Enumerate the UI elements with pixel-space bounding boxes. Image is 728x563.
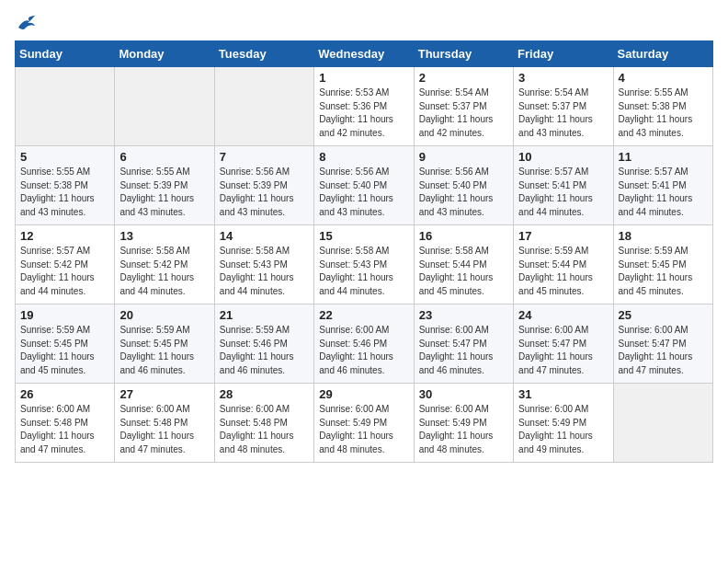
day-info: Sunrise: 5:57 AMSunset: 5:41 PMDaylight:… xyxy=(518,166,608,219)
day-number: 6 xyxy=(119,150,209,164)
day-info: Sunrise: 5:56 AMSunset: 5:40 PMDaylight:… xyxy=(319,166,408,219)
calendar-cell: 9Sunrise: 5:56 AMSunset: 5:40 PMDaylight… xyxy=(414,146,513,225)
day-info: Sunrise: 5:58 AMSunset: 5:43 PMDaylight:… xyxy=(319,245,408,298)
calendar-cell: 11Sunrise: 5:57 AMSunset: 5:41 PMDayligh… xyxy=(613,146,712,225)
day-info: Sunrise: 5:59 AMSunset: 5:44 PMDaylight:… xyxy=(518,245,608,298)
day-number: 17 xyxy=(518,229,608,243)
calendar-cell: 1Sunrise: 5:53 AMSunset: 5:36 PMDaylight… xyxy=(314,67,414,146)
calendar-cell: 4Sunrise: 5:55 AMSunset: 5:38 PMDaylight… xyxy=(613,67,712,146)
day-number: 18 xyxy=(619,229,708,243)
calendar-cell: 12Sunrise: 5:57 AMSunset: 5:42 PMDayligh… xyxy=(16,225,115,304)
day-header-saturday: Saturday xyxy=(613,41,712,67)
calendar-cell: 28Sunrise: 6:00 AMSunset: 5:48 PMDayligh… xyxy=(214,384,313,463)
day-number: 21 xyxy=(220,308,309,322)
calendar-cell: 6Sunrise: 5:55 AMSunset: 5:39 PMDaylight… xyxy=(115,146,214,225)
day-info: Sunrise: 6:00 AMSunset: 5:49 PMDaylight:… xyxy=(518,403,608,456)
calendar-cell: 25Sunrise: 6:00 AMSunset: 5:47 PMDayligh… xyxy=(613,304,712,384)
day-number: 27 xyxy=(119,387,209,401)
calendar-cell: 16Sunrise: 5:58 AMSunset: 5:44 PMDayligh… xyxy=(414,225,513,304)
calendar-cell: 3Sunrise: 5:54 AMSunset: 5:37 PMDaylight… xyxy=(514,67,613,146)
day-header-monday: Monday xyxy=(115,41,214,67)
day-number: 12 xyxy=(20,229,109,243)
day-number: 30 xyxy=(419,387,508,401)
calendar-cell: 29Sunrise: 6:00 AMSunset: 5:49 PMDayligh… xyxy=(314,384,414,463)
day-info: Sunrise: 5:55 AMSunset: 5:38 PMDaylight:… xyxy=(619,86,708,140)
calendar-cell: 13Sunrise: 5:58 AMSunset: 5:42 PMDayligh… xyxy=(115,225,214,304)
day-number: 19 xyxy=(20,308,109,322)
day-number: 22 xyxy=(319,308,408,322)
day-info: Sunrise: 5:53 AMSunset: 5:36 PMDaylight:… xyxy=(319,86,408,140)
day-info: Sunrise: 5:57 AMSunset: 5:42 PMDaylight:… xyxy=(20,245,109,298)
page-header xyxy=(15,15,713,31)
week-row-2: 5Sunrise: 5:55 AMSunset: 5:38 PMDaylight… xyxy=(16,146,713,225)
calendar-cell xyxy=(115,67,214,146)
day-number: 31 xyxy=(518,387,608,401)
day-number: 16 xyxy=(419,229,508,243)
day-info: Sunrise: 6:00 AMSunset: 5:48 PMDaylight:… xyxy=(20,403,109,456)
day-header-friday: Friday xyxy=(514,41,613,67)
day-header-tuesday: Tuesday xyxy=(214,41,313,67)
day-info: Sunrise: 6:00 AMSunset: 5:47 PMDaylight:… xyxy=(419,324,508,377)
calendar-cell: 22Sunrise: 6:00 AMSunset: 5:46 PMDayligh… xyxy=(314,304,414,384)
calendar-cell: 27Sunrise: 6:00 AMSunset: 5:48 PMDayligh… xyxy=(115,384,214,463)
calendar-cell: 5Sunrise: 5:55 AMSunset: 5:38 PMDaylight… xyxy=(16,146,115,225)
calendar-cell: 19Sunrise: 5:59 AMSunset: 5:45 PMDayligh… xyxy=(16,304,115,384)
day-number: 26 xyxy=(20,387,109,401)
day-info: Sunrise: 5:54 AMSunset: 5:37 PMDaylight:… xyxy=(419,86,508,140)
calendar-cell xyxy=(16,67,115,146)
day-number: 29 xyxy=(319,387,408,401)
day-number: 28 xyxy=(220,387,309,401)
calendar-cell: 21Sunrise: 5:59 AMSunset: 5:46 PMDayligh… xyxy=(214,304,313,384)
day-info: Sunrise: 6:00 AMSunset: 5:49 PMDaylight:… xyxy=(319,403,408,456)
week-row-5: 26Sunrise: 6:00 AMSunset: 5:48 PMDayligh… xyxy=(16,384,713,463)
day-info: Sunrise: 5:59 AMSunset: 5:45 PMDaylight:… xyxy=(619,245,708,298)
day-info: Sunrise: 6:00 AMSunset: 5:48 PMDaylight:… xyxy=(220,403,309,456)
week-row-3: 12Sunrise: 5:57 AMSunset: 5:42 PMDayligh… xyxy=(16,225,713,304)
day-info: Sunrise: 5:55 AMSunset: 5:38 PMDaylight:… xyxy=(20,166,109,219)
day-info: Sunrise: 5:54 AMSunset: 5:37 PMDaylight:… xyxy=(518,86,608,140)
calendar-cell xyxy=(613,384,712,463)
calendar-cell: 24Sunrise: 6:00 AMSunset: 5:47 PMDayligh… xyxy=(514,304,613,384)
day-number: 3 xyxy=(518,71,608,85)
day-number: 7 xyxy=(220,150,309,164)
day-info: Sunrise: 6:00 AMSunset: 5:46 PMDaylight:… xyxy=(319,324,408,377)
day-number: 1 xyxy=(319,71,408,85)
calendar-cell: 7Sunrise: 5:56 AMSunset: 5:39 PMDaylight… xyxy=(214,146,313,225)
day-number: 13 xyxy=(119,229,209,243)
day-info: Sunrise: 5:56 AMSunset: 5:40 PMDaylight:… xyxy=(419,166,508,219)
calendar-cell: 18Sunrise: 5:59 AMSunset: 5:45 PMDayligh… xyxy=(613,225,712,304)
calendar-cell: 8Sunrise: 5:56 AMSunset: 5:40 PMDaylight… xyxy=(314,146,414,225)
day-number: 4 xyxy=(619,71,708,85)
day-info: Sunrise: 5:55 AMSunset: 5:39 PMDaylight:… xyxy=(119,166,209,219)
day-number: 24 xyxy=(518,308,608,322)
day-info: Sunrise: 5:58 AMSunset: 5:43 PMDaylight:… xyxy=(220,245,309,298)
day-header-wednesday: Wednesday xyxy=(314,41,414,67)
calendar-cell: 15Sunrise: 5:58 AMSunset: 5:43 PMDayligh… xyxy=(314,225,414,304)
day-number: 15 xyxy=(319,229,408,243)
day-info: Sunrise: 5:58 AMSunset: 5:44 PMDaylight:… xyxy=(419,245,508,298)
day-number: 9 xyxy=(419,150,508,164)
calendar-cell: 30Sunrise: 6:00 AMSunset: 5:49 PMDayligh… xyxy=(414,384,513,463)
day-number: 5 xyxy=(20,150,109,164)
week-row-4: 19Sunrise: 5:59 AMSunset: 5:45 PMDayligh… xyxy=(16,304,713,384)
calendar-cell: 23Sunrise: 6:00 AMSunset: 5:47 PMDayligh… xyxy=(414,304,513,384)
day-number: 11 xyxy=(619,150,708,164)
day-number: 8 xyxy=(319,150,408,164)
calendar-cell: 14Sunrise: 5:58 AMSunset: 5:43 PMDayligh… xyxy=(214,225,313,304)
calendar-cell: 17Sunrise: 5:59 AMSunset: 5:44 PMDayligh… xyxy=(514,225,613,304)
logo xyxy=(15,15,39,31)
day-info: Sunrise: 6:00 AMSunset: 5:47 PMDaylight:… xyxy=(518,324,608,377)
calendar-cell: 31Sunrise: 6:00 AMSunset: 5:49 PMDayligh… xyxy=(514,384,613,463)
calendar-table: SundayMondayTuesdayWednesdayThursdayFrid… xyxy=(15,40,713,463)
day-info: Sunrise: 5:58 AMSunset: 5:42 PMDaylight:… xyxy=(119,245,209,298)
day-info: Sunrise: 6:00 AMSunset: 5:48 PMDaylight:… xyxy=(119,403,209,456)
day-info: Sunrise: 6:00 AMSunset: 5:47 PMDaylight:… xyxy=(619,324,708,377)
day-number: 14 xyxy=(220,229,309,243)
calendar-cell xyxy=(214,67,313,146)
day-info: Sunrise: 5:59 AMSunset: 5:45 PMDaylight:… xyxy=(119,324,209,377)
day-header-thursday: Thursday xyxy=(414,41,513,67)
week-row-1: 1Sunrise: 5:53 AMSunset: 5:36 PMDaylight… xyxy=(16,67,713,146)
logo-bird-icon xyxy=(17,15,37,31)
calendar-cell: 26Sunrise: 6:00 AMSunset: 5:48 PMDayligh… xyxy=(16,384,115,463)
calendar-header-row: SundayMondayTuesdayWednesdayThursdayFrid… xyxy=(16,41,713,67)
